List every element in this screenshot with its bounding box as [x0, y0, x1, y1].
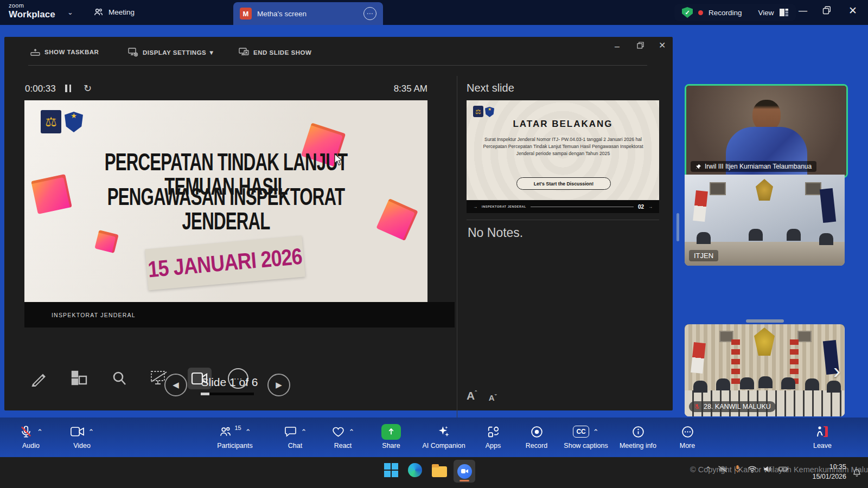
video-camera-icon [70, 426, 85, 438]
participant-name: Irwil III Itjen Kurniaman Telaumbanua [705, 163, 812, 170]
security-shield-icon[interactable]: ✓ [682, 7, 693, 18]
start-button[interactable] [383, 462, 399, 478]
zoom-workplace-logo: zoom Workplace [9, 3, 55, 19]
chat-chevron-icon[interactable]: ⌃ [301, 428, 307, 436]
apps-icon [487, 425, 500, 439]
window-minimize-button[interactable]: — [799, 7, 807, 15]
edge-browser-icon[interactable] [407, 462, 423, 478]
kemenkumham-logo-small: ⚖ [473, 106, 483, 117]
ai-companion-button[interactable]: AI Companion [413, 424, 474, 450]
next-slide-footer: → INSPEKTORAT JENDERAL 02 → [467, 200, 659, 213]
window-restore-button[interactable] [822, 6, 831, 15]
participants-count-badge: 15 [234, 425, 241, 431]
workspace-chevron-down-icon[interactable]: ⌄ [67, 8, 73, 16]
video-tile-itjen[interactable]: ITJEN [685, 175, 845, 266]
pin-icon [695, 164, 701, 170]
share-button[interactable]: Share [371, 424, 411, 450]
meeting-status-pill: ✓ Recording View [674, 4, 796, 21]
panel-drag-handle[interactable] [746, 319, 784, 323]
tab-options-ellipsis-icon[interactable]: ⋯ [363, 7, 376, 20]
participant-name-tag: Irwil III Itjen Kurniaman Telaumbanua [691, 161, 816, 172]
zoom-app-taskbar-icon[interactable] [454, 460, 475, 483]
video-tile-kanwil-maluku[interactable]: 28. KANWIL MALUKU [685, 324, 845, 416]
file-explorer-icon[interactable] [431, 462, 448, 478]
audio-chevron-icon[interactable]: ⌃ [37, 428, 43, 436]
leave-button[interactable]: Leave [803, 424, 842, 450]
zoom-app-logo [457, 464, 472, 479]
ppt-restore-button[interactable] [637, 42, 644, 49]
apps-button[interactable]: Apps [476, 424, 510, 450]
slide-title-line2: PENGAWASAN INSPEKTORAT JENDERAL [24, 187, 427, 230]
more-ellipsis-icon [681, 425, 694, 439]
panel-divider [457, 76, 457, 442]
wifi-icon[interactable] [748, 466, 757, 473]
chat-bubble-icon [284, 425, 297, 438]
battery-icon[interactable] [778, 466, 788, 472]
video-tile-speaker[interactable]: Irwil III Itjen Kurniaman Telaumbanua [685, 84, 848, 178]
end-slide-show-button[interactable]: END SLIDE SHOW [239, 48, 311, 57]
more-button[interactable]: More [668, 424, 706, 450]
tab-meeting[interactable]: Meeting [93, 7, 135, 17]
tray-mic-icon[interactable] [734, 465, 741, 473]
tab-methas-screen[interactable]: M Metha's screen ⋯ [233, 2, 383, 25]
tray-expand-icon[interactable]: ⌃ [705, 465, 711, 473]
kemenkumham-logo: ⚖ [41, 110, 61, 133]
react-chevron-icon[interactable]: ⌃ [349, 428, 355, 436]
gallery-next-chevron[interactable]: › [833, 359, 840, 383]
display-settings-button[interactable]: DISPLAY SETTINGS ▼ [128, 48, 215, 57]
participants-icon [219, 425, 232, 439]
current-slide[interactable]: ⚖ ★ PERCEPATAN TINDAK LANJUT TEMUAN HASI… [24, 100, 427, 302]
powerpoint-presenter-window: SHOW TASKBAR DISPLAY SETTINGS ▼ END SLID… [4, 37, 673, 410]
video-panel-scrollbar[interactable] [676, 213, 679, 241]
portrait-frame [710, 182, 726, 195]
participants-button[interactable]: 15 ⌃ Participants [205, 424, 265, 450]
pause-timer-icon[interactable] [65, 85, 71, 92]
video-button[interactable]: ⌃ Video [61, 424, 103, 450]
see-all-slides-icon[interactable] [67, 368, 91, 389]
screen-avatar: M [240, 8, 252, 20]
windows-logo-icon [384, 463, 398, 477]
slide-footer-label: INSPEKTORAT JENDERAL [52, 312, 136, 318]
video-chevron-icon[interactable]: ⌃ [88, 428, 94, 436]
next-slide-thumbnail[interactable]: ⚖ ★ LATAR BELAKANG Surat Inspektur Jende… [467, 100, 659, 213]
zoom-magnifier-icon[interactable] [107, 368, 131, 389]
ppt-minimize-button[interactable]: – [615, 42, 620, 51]
end-slide-show-label: END SLIDE SHOW [253, 49, 311, 56]
zoom-titlebar: zoom Workplace ⌄ Meeting M Metha's scree… [0, 0, 868, 25]
next-slide-button[interactable]: ▶ [267, 374, 290, 396]
audio-button[interactable]: ⌃ Audio [10, 424, 52, 450]
font-decrease-button[interactable]: Aˇ [489, 393, 497, 402]
window-close-button[interactable]: ✕ [848, 5, 857, 16]
gold-ministry-emblem [751, 328, 778, 356]
taskbar-clock[interactable]: 10:35 15/01/2026 [809, 462, 846, 481]
meeting-info-button[interactable]: Meeting info [612, 424, 664, 450]
restart-timer-icon[interactable]: ↻ [84, 82, 92, 94]
font-increase-button[interactable]: Aˆ [467, 389, 477, 402]
notification-bell-icon[interactable] [848, 464, 865, 480]
captions-chevron-icon[interactable]: ⌃ [593, 428, 599, 436]
notes-font-controls: Aˆ Aˇ [467, 389, 496, 402]
show-captions-button[interactable]: CC ⌃ Show captions [559, 424, 613, 450]
view-button[interactable]: View [758, 9, 774, 17]
show-taskbar-button[interactable]: SHOW TASKBAR [30, 48, 99, 56]
slide-date: 15 JANUARI 2026 [147, 243, 303, 283]
participants-chevron-icon[interactable]: ⌃ [245, 428, 251, 436]
volume-icon[interactable] [763, 465, 772, 473]
end-slideshow-icon [239, 48, 249, 57]
footer-arrow-icon2: → [648, 204, 653, 209]
decor-cube [94, 230, 118, 253]
record-button[interactable]: Record [515, 424, 558, 450]
current-time: 8:35 AM [357, 84, 427, 94]
zoom-control-bar: ⌃ Audio ⌃ Video 15 ⌃ Participants [0, 418, 868, 457]
view-layout-icon[interactable] [780, 9, 788, 16]
react-button[interactable]: ⌃ React [322, 424, 363, 450]
ai-sparkle-icon [437, 425, 451, 439]
chat-button[interactable]: ⌃ Chat [274, 424, 316, 450]
footer-brand: INSPEKTORAT JENDERAL [482, 205, 526, 208]
slide-progress-fill [201, 393, 209, 395]
pen-tool-icon[interactable] [27, 368, 51, 389]
next-slide-heading: Next slide [467, 82, 514, 94]
ppt-close-button[interactable]: ✕ [659, 41, 666, 50]
onedrive-paused-icon[interactable] [718, 465, 727, 473]
display-settings-label: DISPLAY SETTINGS ▼ [143, 49, 215, 56]
